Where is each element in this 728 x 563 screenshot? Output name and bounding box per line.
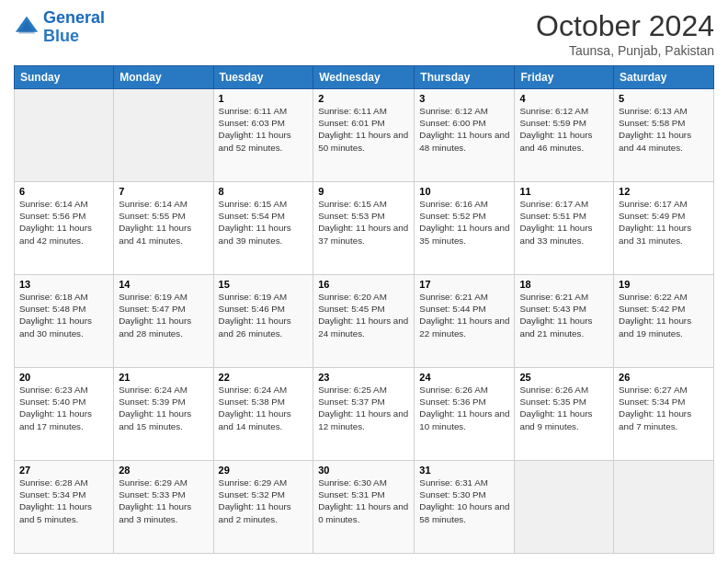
day-cell: 19Sunrise: 6:22 AM Sunset: 5:42 PM Dayli… (614, 275, 714, 368)
logo-blue: Blue (43, 27, 79, 45)
day-number: 29 (219, 465, 309, 476)
day-info: Sunrise: 6:22 AM Sunset: 5:42 PM Dayligh… (619, 291, 709, 339)
calendar-header: SundayMondayTuesdayWednesdayThursdayFrid… (15, 66, 714, 89)
day-info: Sunrise: 6:30 AM Sunset: 5:31 PM Dayligh… (318, 477, 409, 525)
day-number: 13 (19, 279, 108, 290)
day-number: 25 (519, 372, 609, 383)
header-cell-saturday: Saturday (614, 66, 714, 89)
day-number: 17 (419, 279, 509, 290)
header-cell-monday: Monday (114, 66, 213, 89)
day-info: Sunrise: 6:19 AM Sunset: 5:46 PM Dayligh… (219, 291, 309, 339)
day-cell: 22Sunrise: 6:24 AM Sunset: 5:38 PM Dayli… (213, 368, 313, 461)
day-number: 6 (19, 186, 108, 197)
day-info: Sunrise: 6:29 AM Sunset: 5:33 PM Dayligh… (119, 477, 208, 525)
header-cell-sunday: Sunday (15, 66, 114, 89)
day-info: Sunrise: 6:11 AM Sunset: 6:01 PM Dayligh… (318, 105, 409, 154)
day-info: Sunrise: 6:29 AM Sunset: 5:32 PM Dayligh… (219, 477, 309, 525)
day-number: 3 (419, 93, 509, 104)
day-cell: 24Sunrise: 6:26 AM Sunset: 5:36 PM Dayli… (415, 368, 515, 461)
day-number: 23 (318, 372, 409, 383)
day-cell (614, 461, 714, 554)
day-info: Sunrise: 6:20 AM Sunset: 5:45 PM Dayligh… (318, 291, 409, 339)
header-cell-friday: Friday (515, 66, 614, 89)
day-cell: 1Sunrise: 6:11 AM Sunset: 6:03 PM Daylig… (213, 89, 313, 182)
day-number: 4 (519, 93, 609, 104)
day-info: Sunrise: 6:11 AM Sunset: 6:03 PM Dayligh… (219, 105, 309, 154)
day-cell: 17Sunrise: 6:21 AM Sunset: 5:44 PM Dayli… (415, 275, 515, 368)
week-row-4: 20Sunrise: 6:23 AM Sunset: 5:40 PM Dayli… (15, 368, 714, 461)
day-cell (15, 89, 114, 182)
day-cell: 25Sunrise: 6:26 AM Sunset: 5:35 PM Dayli… (515, 368, 614, 461)
day-info: Sunrise: 6:16 AM Sunset: 5:52 PM Dayligh… (419, 198, 509, 247)
day-number: 8 (219, 186, 309, 197)
week-row-3: 13Sunrise: 6:18 AM Sunset: 5:48 PM Dayli… (15, 275, 714, 368)
header-row: SundayMondayTuesdayWednesdayThursdayFrid… (15, 66, 714, 89)
day-cell: 15Sunrise: 6:19 AM Sunset: 5:46 PM Dayli… (213, 275, 313, 368)
day-cell: 4Sunrise: 6:12 AM Sunset: 5:59 PM Daylig… (515, 89, 614, 182)
day-info: Sunrise: 6:15 AM Sunset: 5:53 PM Dayligh… (318, 198, 409, 247)
day-number: 9 (318, 186, 409, 197)
day-number: 11 (519, 186, 609, 197)
day-cell: 3Sunrise: 6:12 AM Sunset: 6:00 PM Daylig… (415, 89, 515, 182)
day-number: 18 (519, 279, 609, 290)
day-cell: 30Sunrise: 6:30 AM Sunset: 5:31 PM Dayli… (313, 461, 415, 554)
day-info: Sunrise: 6:26 AM Sunset: 5:36 PM Dayligh… (419, 384, 509, 432)
day-number: 26 (619, 372, 709, 383)
day-cell (515, 461, 614, 554)
day-info: Sunrise: 6:31 AM Sunset: 5:30 PM Dayligh… (419, 477, 509, 525)
day-info: Sunrise: 6:15 AM Sunset: 5:54 PM Dayligh… (219, 198, 309, 247)
day-cell: 27Sunrise: 6:28 AM Sunset: 5:34 PM Dayli… (15, 461, 114, 554)
location-subtitle: Taunsa, Punjab, Pakistan (536, 43, 714, 58)
day-cell: 23Sunrise: 6:25 AM Sunset: 5:37 PM Dayli… (313, 368, 415, 461)
day-number: 2 (318, 93, 409, 104)
header-cell-tuesday: Tuesday (213, 66, 313, 89)
day-number: 1 (219, 93, 309, 104)
day-number: 19 (619, 279, 709, 290)
week-row-2: 6Sunrise: 6:14 AM Sunset: 5:56 PM Daylig… (15, 182, 714, 275)
day-cell: 9Sunrise: 6:15 AM Sunset: 5:53 PM Daylig… (313, 182, 415, 275)
week-row-1: 1Sunrise: 6:11 AM Sunset: 6:03 PM Daylig… (15, 89, 714, 182)
page: General Blue October 2024 Taunsa, Punjab… (0, 0, 728, 563)
day-number: 16 (318, 279, 409, 290)
day-cell (114, 89, 213, 182)
day-cell: 10Sunrise: 6:16 AM Sunset: 5:52 PM Dayli… (415, 182, 515, 275)
day-info: Sunrise: 6:12 AM Sunset: 6:00 PM Dayligh… (419, 105, 509, 154)
day-info: Sunrise: 6:17 AM Sunset: 5:51 PM Dayligh… (519, 198, 609, 247)
day-number: 14 (119, 279, 208, 290)
title-block: October 2024 Taunsa, Punjab, Pakistan (536, 9, 714, 58)
day-cell: 14Sunrise: 6:19 AM Sunset: 5:47 PM Dayli… (114, 275, 213, 368)
day-cell: 31Sunrise: 6:31 AM Sunset: 5:30 PM Dayli… (415, 461, 515, 554)
day-info: Sunrise: 6:18 AM Sunset: 5:48 PM Dayligh… (19, 291, 108, 339)
day-info: Sunrise: 6:14 AM Sunset: 5:56 PM Dayligh… (19, 198, 108, 247)
day-info: Sunrise: 6:12 AM Sunset: 5:59 PM Dayligh… (519, 105, 609, 154)
day-number: 24 (419, 372, 509, 383)
day-info: Sunrise: 6:27 AM Sunset: 5:34 PM Dayligh… (619, 384, 709, 432)
day-cell: 8Sunrise: 6:15 AM Sunset: 5:54 PM Daylig… (213, 182, 313, 275)
logo-general: General (43, 8, 105, 27)
day-number: 7 (119, 186, 208, 197)
day-info: Sunrise: 6:17 AM Sunset: 5:49 PM Dayligh… (619, 198, 709, 247)
day-info: Sunrise: 6:13 AM Sunset: 5:58 PM Dayligh… (619, 105, 709, 154)
day-cell: 18Sunrise: 6:21 AM Sunset: 5:43 PM Dayli… (515, 275, 614, 368)
day-cell: 6Sunrise: 6:14 AM Sunset: 5:56 PM Daylig… (15, 182, 114, 275)
calendar-table: SundayMondayTuesdayWednesdayThursdayFrid… (14, 65, 714, 554)
day-info: Sunrise: 6:14 AM Sunset: 5:55 PM Dayligh… (119, 198, 208, 247)
day-info: Sunrise: 6:23 AM Sunset: 5:40 PM Dayligh… (19, 384, 108, 432)
day-cell: 21Sunrise: 6:24 AM Sunset: 5:39 PM Dayli… (114, 368, 213, 461)
day-cell: 5Sunrise: 6:13 AM Sunset: 5:58 PM Daylig… (614, 89, 714, 182)
day-number: 5 (619, 93, 709, 104)
day-number: 10 (419, 186, 509, 197)
header-cell-wednesday: Wednesday (313, 66, 415, 89)
day-cell: 7Sunrise: 6:14 AM Sunset: 5:55 PM Daylig… (114, 182, 213, 275)
day-info: Sunrise: 6:28 AM Sunset: 5:34 PM Dayligh… (19, 477, 108, 525)
day-number: 27 (19, 465, 108, 476)
day-cell: 28Sunrise: 6:29 AM Sunset: 5:33 PM Dayli… (114, 461, 213, 554)
day-number: 15 (219, 279, 309, 290)
day-info: Sunrise: 6:26 AM Sunset: 5:35 PM Dayligh… (519, 384, 609, 432)
logo: General Blue (14, 9, 105, 46)
day-number: 22 (219, 372, 309, 383)
day-number: 12 (619, 186, 709, 197)
day-info: Sunrise: 6:21 AM Sunset: 5:43 PM Dayligh… (519, 291, 609, 339)
calendar-body: 1Sunrise: 6:11 AM Sunset: 6:03 PM Daylig… (15, 89, 714, 554)
day-number: 28 (119, 465, 208, 476)
